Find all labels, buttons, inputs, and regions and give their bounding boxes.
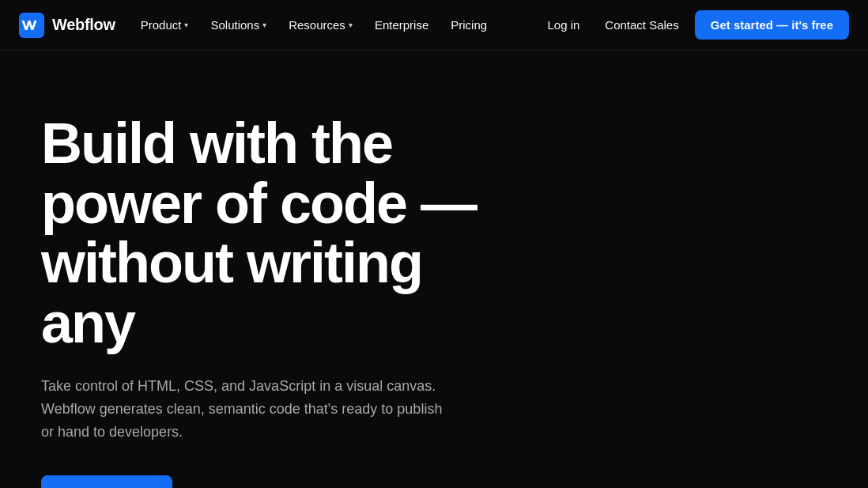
nav-left: Webflow Product ▾ Solutions ▾ Resources … — [19, 12, 496, 38]
nav-item-solutions[interactable]: Solutions ▾ — [201, 12, 276, 38]
chevron-down-icon: ▾ — [184, 21, 188, 29]
start-building-button[interactable]: Start building — [41, 475, 172, 488]
nav-item-resources[interactable]: Resources ▾ — [279, 12, 362, 38]
logo-area[interactable]: Webflow — [19, 13, 115, 38]
get-started-button[interactable]: Get started — it's free — [695, 10, 849, 40]
nav-item-enterprise[interactable]: Enterprise — [365, 12, 438, 38]
nav-item-pricing[interactable]: Pricing — [441, 12, 496, 38]
hero-section: Build with the power of code — without w… — [0, 51, 868, 488]
webflow-logo-icon — [19, 13, 44, 38]
nav-right: Log in Contact Sales Get started — it's … — [538, 10, 849, 40]
chevron-down-icon: ▾ — [262, 21, 266, 29]
contact-sales-link[interactable]: Contact Sales — [595, 12, 688, 38]
hero-headline: Build with the power of code — without w… — [41, 114, 512, 353]
hero-subtext: Take control of HTML, CSS, and JavaScrip… — [41, 375, 452, 443]
hero-content: Build with the power of code — without w… — [0, 51, 553, 488]
login-link[interactable]: Log in — [538, 12, 589, 38]
navbar: Webflow Product ▾ Solutions ▾ Resources … — [0, 0, 868, 51]
nav-links: Product ▾ Solutions ▾ Resources ▾ Enterp… — [131, 12, 496, 38]
brand-name: Webflow — [52, 16, 115, 34]
nav-item-product[interactable]: Product ▾ — [131, 12, 198, 38]
chevron-down-icon: ▾ — [349, 21, 353, 29]
